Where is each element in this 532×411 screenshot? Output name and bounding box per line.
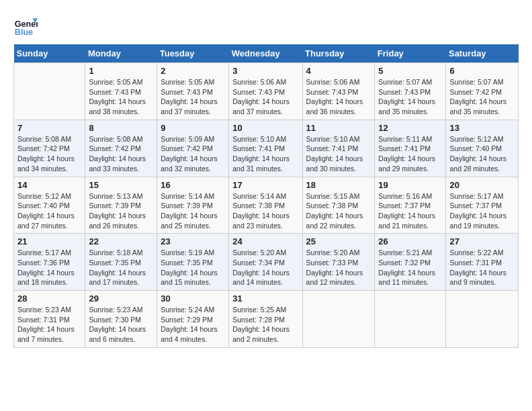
day-number: 10 [232,123,298,133]
day-cell: 9Sunrise: 5:09 AM Sunset: 7:42 PM Daylig… [157,120,229,177]
day-number: 16 [161,180,225,190]
col-header-saturday: Saturday [446,44,519,63]
day-cell: 30Sunrise: 5:24 AM Sunset: 7:29 PM Dayli… [157,291,229,348]
day-cell: 8Sunrise: 5:08 AM Sunset: 7:42 PM Daylig… [85,120,157,177]
day-number: 29 [89,293,153,304]
col-header-sunday: Sunday [14,44,85,63]
day-number: 31 [232,293,298,304]
day-info: Sunrise: 5:08 AM Sunset: 7:42 PM Dayligh… [17,134,81,174]
day-cell: 4Sunrise: 5:06 AM Sunset: 7:43 PM Daylig… [302,63,375,120]
logo-icon: General Blue [13,13,38,38]
day-info: Sunrise: 5:15 AM Sunset: 7:38 PM Dayligh… [306,191,371,231]
svg-text:Blue: Blue [15,28,33,37]
day-info: Sunrise: 5:09 AM Sunset: 7:42 PM Dayligh… [161,134,225,174]
day-info: Sunrise: 5:14 AM Sunset: 7:38 PM Dayligh… [232,191,298,231]
day-cell: 1Sunrise: 5:05 AM Sunset: 7:43 PM Daylig… [85,63,157,120]
day-info: Sunrise: 5:12 AM Sunset: 7:40 PM Dayligh… [17,191,81,231]
day-info: Sunrise: 5:07 AM Sunset: 7:43 PM Dayligh… [378,77,442,117]
day-info: Sunrise: 5:12 AM Sunset: 7:40 PM Dayligh… [449,134,515,174]
day-number: 15 [89,180,153,190]
week-row-5: 28Sunrise: 5:23 AM Sunset: 7:31 PM Dayli… [14,291,519,348]
col-header-monday: Monday [85,44,157,63]
day-number: 17 [232,180,298,190]
day-cell: 29Sunrise: 5:23 AM Sunset: 7:30 PM Dayli… [85,291,157,348]
day-info: Sunrise: 5:14 AM Sunset: 7:39 PM Dayligh… [161,191,225,231]
day-cell: 13Sunrise: 5:12 AM Sunset: 7:40 PM Dayli… [446,120,519,177]
day-cell [302,291,375,348]
day-info: Sunrise: 5:25 AM Sunset: 7:28 PM Dayligh… [232,305,298,345]
day-number: 8 [89,123,153,133]
day-number: 24 [232,236,298,246]
week-row-2: 7Sunrise: 5:08 AM Sunset: 7:42 PM Daylig… [14,120,519,177]
day-number: 19 [378,180,442,190]
day-number: 11 [306,123,371,133]
day-cell: 3Sunrise: 5:06 AM Sunset: 7:43 PM Daylig… [229,63,302,120]
day-info: Sunrise: 5:05 AM Sunset: 7:43 PM Dayligh… [161,77,225,117]
calendar-table: SundayMondayTuesdayWednesdayThursdayFrid… [13,44,519,348]
day-number: 20 [449,180,515,190]
day-number: 9 [161,123,225,133]
day-number: 2 [161,66,225,76]
day-info: Sunrise: 5:17 AM Sunset: 7:37 PM Dayligh… [449,191,515,231]
calendar-header-row: SundayMondayTuesdayWednesdayThursdayFrid… [14,44,519,63]
page-header: General Blue [13,13,519,38]
day-cell: 7Sunrise: 5:08 AM Sunset: 7:42 PM Daylig… [14,120,85,177]
day-info: Sunrise: 5:20 AM Sunset: 7:34 PM Dayligh… [232,248,298,287]
day-cell: 6Sunrise: 5:07 AM Sunset: 7:42 PM Daylig… [446,63,519,120]
day-info: Sunrise: 5:24 AM Sunset: 7:29 PM Dayligh… [161,305,225,345]
day-number: 4 [306,66,371,76]
day-cell: 22Sunrise: 5:18 AM Sunset: 7:35 PM Dayli… [85,234,157,291]
day-info: Sunrise: 5:10 AM Sunset: 7:41 PM Dayligh… [306,134,371,174]
day-info: Sunrise: 5:10 AM Sunset: 7:41 PM Dayligh… [232,134,298,174]
day-number: 22 [89,236,153,246]
day-info: Sunrise: 5:21 AM Sunset: 7:32 PM Dayligh… [378,248,442,287]
day-info: Sunrise: 5:17 AM Sunset: 7:36 PM Dayligh… [17,248,81,287]
day-info: Sunrise: 5:05 AM Sunset: 7:43 PM Dayligh… [89,77,153,117]
day-number: 6 [449,66,515,76]
day-info: Sunrise: 5:18 AM Sunset: 7:35 PM Dayligh… [89,248,153,287]
day-cell: 28Sunrise: 5:23 AM Sunset: 7:31 PM Dayli… [14,291,85,348]
week-row-4: 21Sunrise: 5:17 AM Sunset: 7:36 PM Dayli… [14,234,519,291]
day-cell: 25Sunrise: 5:20 AM Sunset: 7:33 PM Dayli… [302,234,375,291]
day-info: Sunrise: 5:22 AM Sunset: 7:31 PM Dayligh… [449,248,515,287]
day-number: 23 [161,236,225,246]
day-number: 28 [17,293,81,304]
day-cell: 21Sunrise: 5:17 AM Sunset: 7:36 PM Dayli… [14,234,85,291]
day-cell: 18Sunrise: 5:15 AM Sunset: 7:38 PM Dayli… [302,177,375,234]
day-cell [14,63,85,120]
col-header-tuesday: Tuesday [157,44,229,63]
day-cell: 12Sunrise: 5:11 AM Sunset: 7:41 PM Dayli… [375,120,446,177]
logo: General Blue [13,13,40,38]
day-number: 26 [378,236,442,246]
day-cell: 14Sunrise: 5:12 AM Sunset: 7:40 PM Dayli… [14,177,85,234]
day-cell: 27Sunrise: 5:22 AM Sunset: 7:31 PM Dayli… [446,234,519,291]
col-header-friday: Friday [375,44,446,63]
day-number: 25 [306,236,371,246]
day-info: Sunrise: 5:13 AM Sunset: 7:39 PM Dayligh… [89,191,153,231]
day-cell: 23Sunrise: 5:19 AM Sunset: 7:35 PM Dayli… [157,234,229,291]
day-number: 27 [449,236,515,246]
day-cell: 26Sunrise: 5:21 AM Sunset: 7:32 PM Dayli… [375,234,446,291]
day-cell: 20Sunrise: 5:17 AM Sunset: 7:37 PM Dayli… [446,177,519,234]
day-info: Sunrise: 5:07 AM Sunset: 7:42 PM Dayligh… [449,77,515,117]
day-info: Sunrise: 5:20 AM Sunset: 7:33 PM Dayligh… [306,248,371,287]
day-info: Sunrise: 5:16 AM Sunset: 7:37 PM Dayligh… [378,191,442,231]
day-number: 3 [232,66,298,76]
week-row-1: 1Sunrise: 5:05 AM Sunset: 7:43 PM Daylig… [14,63,519,120]
day-info: Sunrise: 5:23 AM Sunset: 7:30 PM Dayligh… [89,305,153,345]
day-number: 5 [378,66,442,76]
day-info: Sunrise: 5:08 AM Sunset: 7:42 PM Dayligh… [89,134,153,174]
day-number: 12 [378,123,442,133]
day-cell: 11Sunrise: 5:10 AM Sunset: 7:41 PM Dayli… [302,120,375,177]
day-cell: 5Sunrise: 5:07 AM Sunset: 7:43 PM Daylig… [375,63,446,120]
day-info: Sunrise: 5:19 AM Sunset: 7:35 PM Dayligh… [161,248,225,287]
day-info: Sunrise: 5:06 AM Sunset: 7:43 PM Dayligh… [232,77,298,117]
day-cell: 24Sunrise: 5:20 AM Sunset: 7:34 PM Dayli… [229,234,302,291]
day-info: Sunrise: 5:06 AM Sunset: 7:43 PM Dayligh… [306,77,371,117]
day-number: 30 [161,293,225,304]
day-number: 1 [89,66,153,76]
col-header-wednesday: Wednesday [229,44,302,63]
day-cell: 16Sunrise: 5:14 AM Sunset: 7:39 PM Dayli… [157,177,229,234]
day-cell [446,291,519,348]
day-number: 21 [17,236,81,246]
